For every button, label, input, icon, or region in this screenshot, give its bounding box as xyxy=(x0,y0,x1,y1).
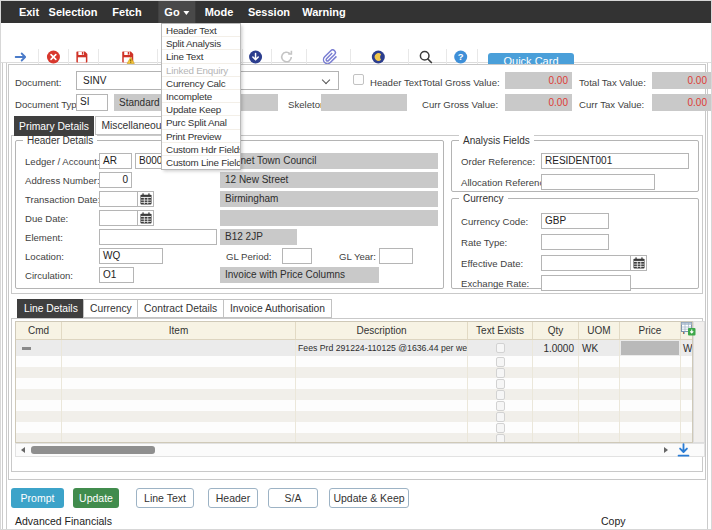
export-grid-button[interactable] xyxy=(681,322,696,340)
effective-date-input[interactable] xyxy=(541,255,631,271)
column-header-description[interactable]: Description xyxy=(296,322,468,339)
line-items-table: Cmd Item Description Text Exists Qty UOM… xyxy=(15,321,693,443)
order-reference-input[interactable]: RESIDENT001 xyxy=(541,153,689,169)
go-menu-header-text[interactable]: Header Text xyxy=(162,24,240,37)
table-row-empty[interactable] xyxy=(16,433,692,443)
text-exists-checkbox[interactable] xyxy=(496,343,505,353)
due-date-input[interactable] xyxy=(99,210,138,226)
text-exists-checkbox[interactable] xyxy=(496,390,505,400)
table-row-empty[interactable] xyxy=(16,367,692,378)
price-cell[interactable] xyxy=(620,340,681,356)
text-exists-checkbox[interactable] xyxy=(496,434,505,444)
table-row-empty[interactable] xyxy=(16,411,692,422)
circulation-label: Circulation: xyxy=(25,270,73,281)
go-menu-incomplete[interactable]: Incomplete xyxy=(162,90,240,103)
advanced-financials-window: Exit Selection Fetch Go Mode Session War… xyxy=(0,0,712,530)
circulation-input[interactable]: O1 xyxy=(99,267,134,283)
menu-item-session[interactable]: Session xyxy=(242,1,296,23)
currency-code-input[interactable]: GBP xyxy=(541,213,609,229)
column-header-uom[interactable]: UOM xyxy=(579,322,620,339)
element-input[interactable] xyxy=(99,229,217,245)
address-line3-field xyxy=(220,210,438,226)
address-line2-field: Birmingham xyxy=(220,191,438,207)
menu-bar: Exit Selection Fetch Go Mode Session War… xyxy=(1,1,712,23)
chevron-down-icon xyxy=(322,76,330,84)
go-menu-custom-line-fields[interactable]: Custom Line Fields xyxy=(162,156,240,169)
go-menu-update-keep[interactable]: Update Keep xyxy=(162,103,240,116)
table-row-empty[interactable] xyxy=(16,378,692,389)
menu-item-go[interactable]: Go xyxy=(158,1,195,23)
text-exists-checkbox[interactable] xyxy=(496,357,505,367)
scrollbar-thumb[interactable] xyxy=(31,446,155,454)
text-exists-checkbox[interactable] xyxy=(496,412,505,422)
table-row-empty[interactable] xyxy=(16,389,692,400)
column-header-price[interactable]: Price xyxy=(620,322,681,339)
text-exists-checkbox[interactable] xyxy=(496,379,505,389)
update-button[interactable]: Update xyxy=(73,488,119,508)
table-row-selected[interactable]: Fees Prd 291224-110125 @1636.44 per week… xyxy=(16,340,692,356)
go-menu-custom-hdr-fields[interactable]: Custom Hdr Fields xyxy=(162,143,240,156)
document-type-input[interactable]: SI xyxy=(76,94,108,111)
tab-contract-details[interactable]: Contract Details xyxy=(137,299,224,318)
line-text-button[interactable]: Line Text xyxy=(136,488,194,508)
table-row-empty[interactable] xyxy=(16,422,692,433)
location-input[interactable]: WQ xyxy=(99,248,163,264)
rate-type-input[interactable] xyxy=(541,234,609,250)
menu-item-warning[interactable]: Warning xyxy=(296,1,352,23)
menu-item-mode[interactable]: Mode xyxy=(199,1,240,23)
tab-primary-details[interactable]: Primary Details xyxy=(14,116,94,136)
column-header-text-exists[interactable]: Text Exists xyxy=(468,322,533,339)
menu-item-selection[interactable]: Selection xyxy=(43,1,104,23)
menu-item-exit[interactable]: Exit xyxy=(13,1,45,23)
allocation-reference-input[interactable] xyxy=(541,174,655,190)
transaction-date-input[interactable] xyxy=(99,191,138,207)
frame-line xyxy=(707,63,708,529)
frame-line xyxy=(2,63,3,529)
go-menu-purc-split-anal[interactable]: Purc Split Anal xyxy=(162,116,240,129)
text-exists-checkbox[interactable] xyxy=(496,401,505,411)
menu-item-fetch[interactable]: Fetch xyxy=(106,1,147,23)
rate-type-label: Rate Type: xyxy=(461,237,507,248)
text-exists-checkbox[interactable] xyxy=(496,423,505,433)
header-button[interactable]: Header xyxy=(208,488,258,508)
header-text-checkbox[interactable] xyxy=(353,74,364,85)
go-menu-print-preview[interactable]: Print Preview xyxy=(162,130,240,143)
column-header-cmd[interactable]: Cmd xyxy=(16,322,62,339)
go-menu-line-text[interactable]: Line Text xyxy=(162,50,240,63)
gl-year-input[interactable] xyxy=(379,248,413,264)
uom-cell: WK xyxy=(579,340,620,356)
sa-button[interactable]: S/A xyxy=(268,488,318,508)
gl-period-input[interactable] xyxy=(282,248,312,264)
effective-date-calendar-button[interactable] xyxy=(630,255,647,271)
caret-down-icon xyxy=(184,11,190,15)
column-header-qty[interactable]: Qty xyxy=(533,322,579,339)
table-horizontal-scrollbar[interactable] xyxy=(15,443,705,457)
tab-invoice-authorisation[interactable]: Invoice Authorisation xyxy=(223,299,332,318)
address-number-input[interactable]: 0 xyxy=(99,172,132,188)
table-row-empty[interactable] xyxy=(16,400,692,411)
exchange-rate-input[interactable] xyxy=(541,275,631,291)
table-row-empty[interactable] xyxy=(16,356,692,367)
tab-line-details[interactable]: Line Details xyxy=(17,299,85,318)
currency-legend: Currency xyxy=(459,193,508,204)
gl-period-label: GL Period: xyxy=(226,251,272,262)
go-menu-split-analysis[interactable]: Split Analysis xyxy=(162,37,240,50)
transaction-date-calendar-button[interactable] xyxy=(137,191,154,207)
svg-text:?: ? xyxy=(458,51,464,62)
text-exists-checkbox[interactable] xyxy=(496,368,505,378)
element-label: Element: xyxy=(25,232,63,243)
scroll-left-arrow-icon[interactable] xyxy=(21,447,25,453)
ledger-input[interactable]: AR xyxy=(99,153,132,169)
scroll-right-arrow-icon[interactable] xyxy=(664,447,668,453)
tab-currency[interactable]: Currency xyxy=(83,299,139,318)
due-date-calendar-button[interactable] xyxy=(137,210,154,226)
prompt-button[interactable]: Prompt xyxy=(11,488,64,508)
download-rows-button[interactable] xyxy=(676,443,691,462)
transaction-date-label: Transaction Date: xyxy=(25,194,100,205)
currency-code-label: Currency Code: xyxy=(461,216,528,227)
go-menu-currency-calc[interactable]: Currency Calc xyxy=(162,77,240,90)
skeleton-field xyxy=(321,94,407,111)
update-and-keep-button[interactable]: Update & Keep xyxy=(329,488,409,508)
column-header-item[interactable]: Item xyxy=(62,322,296,339)
header-text-checkbox-label: Header Text xyxy=(370,77,422,88)
